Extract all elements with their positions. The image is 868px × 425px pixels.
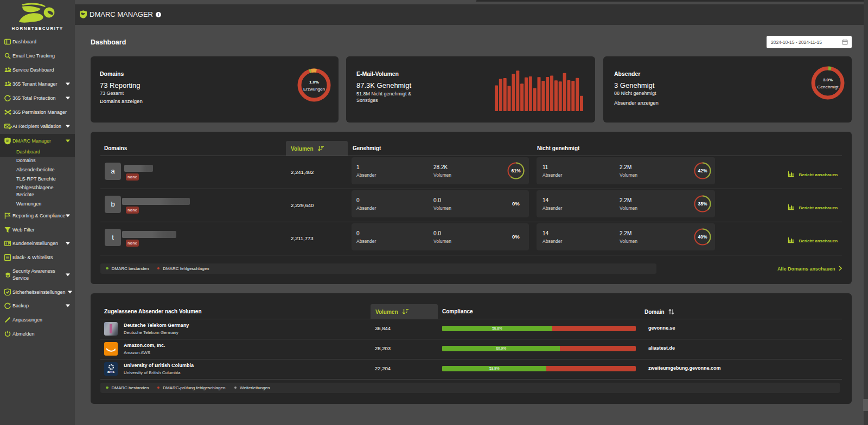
svg-text:40%: 40% <box>698 234 707 240</box>
svg-text:3.0%: 3.0% <box>823 78 833 82</box>
svg-text:1.0%: 1.0% <box>309 80 319 85</box>
svg-text:Erzwungen: Erzwungen <box>303 87 325 92</box>
svg-text:Genehmigt: Genehmigt <box>817 85 839 89</box>
svg-text:38%: 38% <box>698 201 707 207</box>
svg-text:61%: 61% <box>511 168 520 173</box>
svg-text:42%: 42% <box>698 168 707 173</box>
